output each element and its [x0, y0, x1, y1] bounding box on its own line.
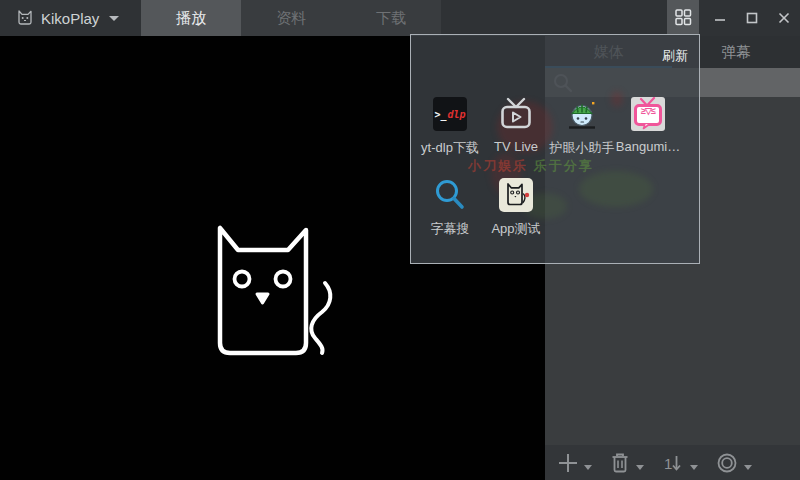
main-tabbar: 播放 资料 下载 — [141, 0, 441, 36]
window-controls — [667, 0, 800, 36]
chevron-down-icon[interactable] — [744, 465, 752, 470]
close-button[interactable] — [768, 0, 800, 36]
app-label: App测试 — [491, 220, 540, 238]
terminal-ytdlp-icon: >_ dlp — [433, 97, 467, 131]
app-test-cat-icon — [499, 178, 533, 212]
cat-mascot-drawing — [206, 186, 340, 362]
red-dot — [523, 191, 531, 199]
app-title: KikoPlay — [41, 10, 99, 27]
tab-info[interactable]: 资料 — [241, 0, 341, 36]
apps-panel-button[interactable] — [667, 0, 699, 34]
cat-logo-icon — [16, 9, 34, 27]
refresh-apps-button[interactable]: 刷新 — [662, 47, 688, 65]
tab-play[interactable]: 播放 — [141, 0, 241, 36]
playlist-toolbar: 1 — [545, 445, 800, 480]
chevron-down-icon — [109, 16, 119, 21]
app-label: yt-dlp下载 — [421, 139, 479, 157]
bangumi-tv-icon: ≥▽≤ — [631, 97, 665, 131]
subtitle-search-magnifier-icon — [433, 178, 467, 212]
app-menu[interactable]: KikoPlay — [0, 0, 129, 36]
delete-button[interactable] — [609, 445, 644, 480]
tv-live-icon — [499, 97, 533, 131]
maximize-icon — [746, 12, 758, 24]
plus-icon — [557, 452, 579, 474]
add-button[interactable] — [557, 445, 592, 480]
tab-download[interactable]: 下载 — [341, 0, 441, 36]
app-label: 字幕搜 — [431, 220, 470, 238]
chevron-down-icon[interactable] — [584, 465, 592, 470]
loop-circle-icon — [715, 451, 739, 475]
app-label: Bangumi… — [616, 139, 680, 154]
app-launcher-popup: 小刀娱乐 乐于分享 刷新 >_ dlp yt-dlp下载 — [410, 34, 700, 264]
titlebar: KikoPlay 播放 资料 下载 — [0, 0, 800, 36]
apps-grid: >_ dlp yt-dlp下载 TV Live — [417, 97, 681, 238]
chevron-down-icon[interactable] — [690, 465, 698, 470]
app-item-tvlive[interactable]: TV Live — [483, 97, 549, 157]
trash-icon — [609, 452, 631, 474]
app-item-subsearch[interactable]: 字幕搜 — [417, 178, 483, 238]
loop-mode-button[interactable] — [715, 445, 752, 480]
sort-order-icon: 1 — [661, 451, 685, 475]
maximize-button[interactable] — [736, 0, 768, 36]
minimize-icon — [714, 12, 726, 24]
kikoplay-window: 媒体 弹幕 — [0, 0, 800, 480]
app-item-eyecare[interactable]: 护眼小助手 — [549, 97, 615, 157]
minimize-button[interactable] — [704, 0, 736, 36]
app-label: TV Live — [494, 139, 538, 154]
app-item-apptest[interactable]: App测试 — [483, 178, 549, 238]
app-item-ytdlp[interactable]: >_ dlp yt-dlp下载 — [417, 97, 483, 157]
app-item-bangumi[interactable]: ≥▽≤ Bangumi… — [615, 97, 681, 157]
bangumi-face: ≥▽≤ — [631, 106, 665, 116]
close-icon — [778, 12, 790, 24]
sort-button[interactable]: 1 — [661, 445, 698, 480]
chevron-down-icon[interactable] — [636, 465, 644, 470]
svg-text:1: 1 — [664, 455, 672, 472]
apps-grid-icon — [674, 8, 692, 26]
app-label: 护眼小助手 — [550, 139, 615, 157]
eyecare-watermelon-icon — [565, 97, 599, 131]
